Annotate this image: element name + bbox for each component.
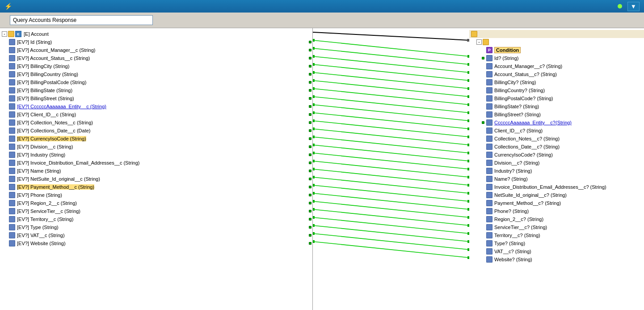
right-tree-item[interactable]: ServiceTier__c? (String)	[469, 223, 644, 231]
left-tree-item[interactable]: [EV?] Territory__c (String)	[0, 215, 312, 223]
left-connector-dot	[309, 113, 311, 116]
right-tree-item[interactable]: Name? (String)	[469, 175, 644, 183]
name-input[interactable]	[10, 15, 153, 25]
right-tree-item[interactable]: CurrencyIsoCode? (String)	[469, 151, 644, 159]
left-tree-item[interactable]: [EV?] Collections_Date__c (Date)	[0, 127, 312, 135]
svg-rect-49	[467, 176, 469, 178]
right-tree-item[interactable]: CcccccAaaaaaa_Entity__c?(String)	[469, 119, 644, 127]
left-item-label: [EV?] BillingStreet (String)	[17, 96, 74, 101]
right-tree-item[interactable]: Invoice_Distribution_Email_Addresses__c?…	[469, 183, 644, 191]
right-tree-item[interactable]: BillingCountry? (String)	[469, 86, 644, 94]
right-tree-item[interactable]: VAT__c? (String)	[469, 247, 644, 255]
field-icon	[9, 200, 15, 206]
left-tree-item[interactable]: [EV?] BillingPostalCode (String)	[0, 78, 312, 86]
left-tree-item[interactable]: [EV?] Phone (String)	[0, 191, 312, 199]
left-tree-item[interactable]: [EV?] BillingStreet (String)	[0, 94, 312, 102]
right-tree-item[interactable]: Collection_Notes__c? (String)	[469, 135, 644, 143]
left-item-label: [EV?] Collections_Date__c (Date)	[17, 128, 90, 133]
left-tree-item[interactable]: [EV?] Collection_Notes__c (String)	[0, 119, 312, 127]
left-item-label: [EV?] BillingCountry (String)	[17, 72, 78, 77]
svg-rect-7	[467, 63, 469, 66]
right-item-label: VAT__c? (String)	[494, 249, 531, 254]
right-tree-item[interactable]: Division__c? (String)	[469, 159, 644, 167]
svg-line-27	[313, 105, 469, 121]
right-item-label: Region_2__c? (String)	[494, 217, 543, 222]
left-connector-dot	[309, 41, 311, 43]
left-tree-item[interactable]: [EV?] Region_2__c (String)	[0, 199, 312, 207]
right-tree-item[interactable]: BillingStreet? (String)	[469, 110, 644, 119]
svg-line-33	[313, 121, 469, 137]
left-tree-item[interactable]: [EV?] Account_Status__c (String)	[0, 54, 312, 62]
right-tree-item[interactable]: Website? (String)	[469, 255, 644, 263]
target-folder-icon	[471, 31, 477, 37]
right-tree-item[interactable]: Payment_Method__c? (String)	[469, 199, 644, 207]
left-tree-item[interactable]: [EV?] CcccccAaaaaaa_Entity__c (String)	[0, 102, 312, 110]
left-tree-item[interactable]: [EV?] Type (String)	[0, 223, 312, 231]
left-tree-item[interactable]: [EV?] CurrencyIsoCode (String)	[0, 135, 312, 143]
right-tree-item[interactable]: Industry? (String)	[469, 167, 644, 175]
left-tree-item[interactable]: [EV?] Client_ID__c (String)	[0, 110, 312, 119]
svg-line-15	[313, 72, 469, 89]
right-field-icon	[486, 87, 492, 93]
tree-root[interactable]: - E [E] Account	[0, 30, 312, 38]
right-field-icon	[486, 152, 492, 158]
right-tree-item[interactable]: NetSuite_Id_original__c? (String)	[469, 191, 644, 199]
right-item-label: BillingCountry? (String)	[494, 88, 545, 93]
left-tree-item[interactable]: [EV?] Website (String)	[0, 239, 312, 247]
status-dropdown-button[interactable]: ▼	[627, 2, 640, 11]
left-tree-item[interactable]: [EV?] ServiceTier__c (String)	[0, 207, 312, 215]
right-field-icon	[486, 55, 492, 61]
left-tree-item[interactable]: [EV?] Name (String)	[0, 167, 312, 175]
left-tree-item[interactable]: [EV?] Id (String)	[0, 38, 312, 46]
right-tree-item[interactable]: Region_2__c? (String)	[469, 215, 644, 223]
left-item-label: [EV?] Region_2__c (String)	[17, 200, 77, 206]
root-label: [E] Account	[22, 31, 49, 37]
right-item-label: Condition	[494, 47, 521, 53]
field-icon	[9, 55, 15, 61]
right-toggle[interactable]: -	[476, 39, 482, 45]
right-tree-item[interactable]: Type? (String)	[469, 239, 644, 247]
left-tree-item[interactable]: [EV?] Account_Manager__c (String)	[0, 46, 312, 54]
right-item-label: Type? (String)	[494, 241, 525, 246]
right-tree-item[interactable]: Territory__c? (String)	[469, 231, 644, 239]
svg-line-18	[313, 81, 469, 97]
left-connector-dot	[309, 73, 311, 76]
left-connector-dot	[309, 81, 311, 84]
root-toggle[interactable]: -	[2, 31, 7, 37]
left-tree-item[interactable]: [EV?] BillingState (String)	[0, 86, 312, 94]
left-tree-item[interactable]: [EV?] VAT__c (String)	[0, 231, 312, 239]
right-item-label: Account_Status__c? (String)	[494, 72, 557, 77]
right-tree-item[interactable]: Collections_Date__c? (String)	[469, 143, 644, 151]
left-tree-item[interactable]: [EV?] Division__c (String)	[0, 143, 312, 151]
right-tree-item[interactable]: Account_Manager__c? (String)	[469, 62, 644, 70]
right-tree-item[interactable]: BillingState? (String)	[469, 102, 644, 110]
right-tree-item[interactable]: Account_Status__c? (String)	[469, 70, 644, 78]
left-connector-dot	[309, 121, 311, 124]
name-row	[0, 13, 644, 28]
left-tree-item[interactable]: [EV?] Payment_Method__c (String)	[0, 183, 312, 191]
right-tree-item[interactable]: BillingPostalCode? (String)	[469, 94, 644, 102]
svg-rect-79	[467, 256, 469, 259]
right-tree-item[interactable]: BillingCity? (String)	[469, 78, 644, 86]
right-item-label: BillingState? (String)	[494, 104, 539, 109]
right-root[interactable]: -	[469, 38, 644, 46]
left-connector-dot	[309, 194, 311, 196]
right-field-icon	[486, 144, 492, 150]
right-tree-item[interactable]: Client_ID__c? (String)	[469, 127, 644, 135]
left-tree-item[interactable]: [EV?] NetSuite_Id_original__c (String)	[0, 175, 312, 183]
left-item-label: [EV?] BillingState (String)	[17, 88, 72, 93]
left-tree-item[interactable]: [EV?] BillingCountry (String)	[0, 70, 312, 78]
right-tree-item[interactable]: PCondition	[469, 46, 644, 54]
right-tree-item[interactable]: Id? (String)	[469, 54, 644, 62]
svg-line-42	[313, 145, 469, 161]
left-tree-item[interactable]: [EV?] Industry (String)	[0, 151, 312, 159]
right-field-icon	[486, 103, 492, 110]
left-tree-item[interactable]: [EV?] Invoice_Distribution_Email_Address…	[0, 159, 312, 167]
svg-rect-76	[467, 248, 469, 251]
left-item-label: [EV?] Industry (String)	[17, 152, 65, 157]
field-icon	[9, 184, 15, 190]
right-tree-item[interactable]: Phone? (String)	[469, 207, 644, 215]
left-tree-item[interactable]: [EV?] BillingCity (String)	[0, 62, 312, 70]
right-item-label: CurrencyIsoCode? (String)	[494, 152, 553, 157]
svg-line-0	[313, 32, 469, 40]
